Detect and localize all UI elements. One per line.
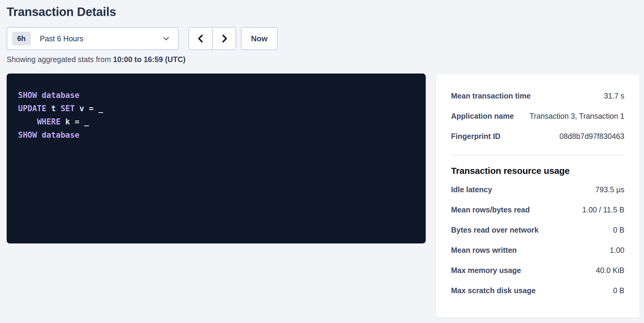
time-controls: 6h Past 6 Hours — [7, 27, 640, 50]
chevron-left-icon — [196, 33, 206, 44]
summary-row: Mean transaction time31.7 s — [451, 86, 624, 106]
resource-row: Bytes read over network0 B — [451, 220, 624, 240]
sql-text: t — [46, 104, 61, 113]
resource-usage-heading: Transaction resource usage — [451, 165, 624, 177]
sql-keyword: SHOW — [18, 130, 37, 140]
sql-text: k = _ — [61, 117, 89, 126]
interval-arrow-group — [188, 27, 236, 50]
prev-interval-button[interactable] — [189, 28, 212, 49]
stat-value: 0 B — [613, 226, 624, 234]
resource-row: Max memory usage40.0 KiB — [451, 260, 624, 281]
stat-label: Mean rows/bytes read — [451, 205, 530, 214]
resource-rows: Idle latency793.5 µsMean rows/bytes read… — [451, 180, 624, 301]
stat-value: 0 B — [613, 286, 624, 295]
sql-keyword: SHOW — [18, 91, 37, 100]
summary-row: Fingerprint ID08d8b7d97f830463 — [451, 126, 624, 146]
sql-keyword: SET — [61, 104, 75, 113]
stat-value: Transaction 3, Transaction 1 — [529, 112, 624, 121]
stat-value: 40.0 KiB — [596, 266, 624, 275]
summary-rows: Mean transaction time31.7 sApplication n… — [451, 86, 624, 146]
sql-code-line: WHERE k = _ — [18, 115, 414, 128]
stat-label: Application name — [451, 112, 514, 121]
stat-label: Max memory usage — [451, 266, 521, 275]
stat-label: Idle latency — [451, 185, 492, 194]
time-range-badge: 6h — [12, 32, 31, 45]
stat-label: Bytes read over network — [451, 226, 538, 234]
resource-row: Mean rows written1.00 — [451, 240, 624, 260]
now-button[interactable]: Now — [241, 27, 278, 50]
transaction-summary-panel: Mean transaction time31.7 sApplication n… — [436, 74, 640, 318]
sql-code: SHOW databaseUPDATE t SET v = _ WHERE k … — [18, 89, 414, 142]
time-range-label: Past 6 Hours — [40, 34, 162, 43]
time-range-dropdown[interactable]: 6h Past 6 Hours — [7, 27, 178, 50]
sql-text — [18, 117, 37, 126]
sql-code-line: SHOW database — [18, 128, 414, 142]
page-title: Transaction Details — [7, 5, 640, 19]
transaction-details-page: Transaction Details 6h Past 6 Hours — [0, 0, 644, 318]
panel-divider — [451, 155, 624, 155]
resource-row: Mean rows/bytes read1.00 / 11.5 B — [451, 200, 624, 220]
sql-code-line: UPDATE t SET v = _ — [18, 102, 414, 115]
summary-row: Application nameTransaction 3, Transacti… — [451, 106, 624, 126]
sql-keyword: WHERE — [37, 117, 61, 126]
stat-label: Max scratch disk usage — [451, 286, 536, 295]
next-interval-button[interactable] — [212, 28, 235, 49]
stat-value: 08d8b7d97f830463 — [559, 132, 624, 141]
sql-keyword: database — [42, 91, 79, 100]
sql-text: v = _ — [75, 104, 103, 113]
resource-row: Max scratch disk usage0 B — [451, 281, 624, 301]
resource-row: Idle latency793.5 µs — [451, 180, 624, 200]
stat-label: Mean transaction time — [451, 92, 531, 100]
aggregated-stats-range: 10:00 to 16:59 (UTC) — [113, 55, 185, 64]
sql-code-line: SHOW database — [18, 89, 414, 102]
stat-value: 793.5 µs — [595, 185, 624, 194]
aggregated-stats-text: Showing aggregated stats from 10:00 to 1… — [7, 54, 640, 64]
sql-statements-box: SHOW databaseUPDATE t SET v = _ WHERE k … — [7, 74, 426, 243]
sql-keyword: database — [42, 130, 79, 140]
chevron-right-icon — [219, 33, 229, 44]
sql-text — [37, 130, 42, 140]
stat-label: Fingerprint ID — [451, 132, 500, 141]
content-columns: SHOW databaseUPDATE t SET v = _ WHERE k … — [7, 74, 640, 318]
chevron-down-icon — [162, 35, 170, 42]
stat-value: 1.00 — [610, 246, 624, 255]
stat-value: 31.7 s — [604, 92, 624, 100]
stat-label: Mean rows written — [451, 246, 517, 255]
aggregated-stats-prefix: Showing aggregated stats from — [7, 55, 113, 64]
sql-keyword: UPDATE — [18, 104, 46, 113]
sql-text — [37, 91, 42, 100]
stat-value: 1.00 / 11.5 B — [582, 205, 624, 214]
